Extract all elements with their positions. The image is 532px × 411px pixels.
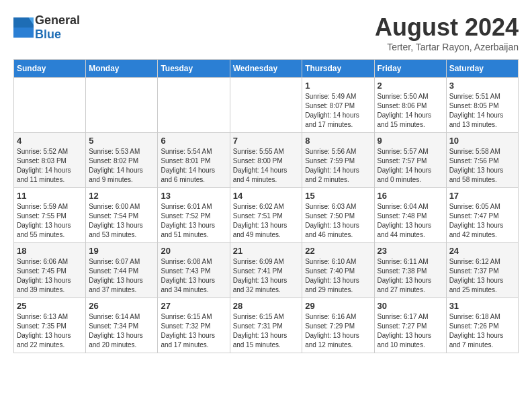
month-year-title: August 2024 xyxy=(375,13,519,42)
day-info-line: Daylight: 13 hours and 22 minutes. xyxy=(17,332,71,349)
day-info: Sunrise: 6:12 AMSunset: 7:37 PMDaylight:… xyxy=(449,257,515,295)
day-info-line: Daylight: 14 hours and 15 minutes. xyxy=(378,111,432,128)
calendar-cell: 25Sunrise: 6:13 AMSunset: 7:35 PMDayligh… xyxy=(14,298,86,353)
day-info-line: Daylight: 13 hours and 20 minutes. xyxy=(89,332,143,349)
day-info-line: Daylight: 14 hours and 9 minutes. xyxy=(89,167,143,183)
calendar-cell: 30Sunrise: 6:17 AMSunset: 7:27 PMDayligh… xyxy=(374,298,446,353)
day-info-line: Sunrise: 5:58 AM xyxy=(449,148,500,155)
day-info-line: Sunrise: 5:50 AM xyxy=(378,93,429,100)
day-info: Sunrise: 6:03 AMSunset: 7:50 PMDaylight:… xyxy=(305,202,371,240)
calendar-week-row: 1Sunrise: 5:49 AMSunset: 8:07 PMDaylight… xyxy=(14,78,519,133)
calendar-cell: 1Sunrise: 5:49 AMSunset: 8:07 PMDaylight… xyxy=(302,78,374,133)
day-info-line: Daylight: 13 hours and 17 minutes. xyxy=(161,332,215,349)
day-info-line: Daylight: 13 hours and 53 minutes. xyxy=(89,222,143,238)
day-info-line: Sunrise: 5:56 AM xyxy=(305,148,356,155)
day-info-line: Sunrise: 6:01 AM xyxy=(161,203,212,210)
day-info: Sunrise: 6:01 AMSunset: 7:52 PMDaylight:… xyxy=(161,202,226,240)
calendar-cell: 11Sunrise: 5:59 AMSunset: 7:55 PMDayligh… xyxy=(14,188,86,243)
calendar-cell: 29Sunrise: 6:16 AMSunset: 7:29 PMDayligh… xyxy=(302,298,374,353)
day-info-line: Daylight: 13 hours and 55 minutes. xyxy=(17,222,71,238)
day-number: 7 xyxy=(233,136,300,146)
day-number: 23 xyxy=(378,246,443,256)
day-info-line: Daylight: 13 hours and 32 minutes. xyxy=(233,277,287,293)
day-info-line: Sunset: 7:38 PM xyxy=(378,267,427,275)
day-info-line: Sunset: 7:50 PM xyxy=(305,212,355,220)
day-info-line: Sunrise: 6:11 AM xyxy=(378,258,429,265)
day-info-line: Daylight: 14 hours and 17 minutes. xyxy=(305,111,359,128)
day-info: Sunrise: 5:51 AMSunset: 8:05 PMDaylight:… xyxy=(449,92,515,130)
day-info-line: Sunset: 8:03 PM xyxy=(17,157,66,165)
logo-blue: Blue xyxy=(35,28,61,41)
day-info: Sunrise: 6:11 AMSunset: 7:38 PMDaylight:… xyxy=(378,257,443,295)
day-info: Sunrise: 5:59 AMSunset: 7:55 PMDaylight:… xyxy=(17,202,83,240)
day-info-line: Daylight: 13 hours and 15 minutes. xyxy=(233,332,287,349)
day-number: 4 xyxy=(17,136,83,146)
day-number: 22 xyxy=(305,246,371,256)
day-info-line: Daylight: 13 hours and 42 minutes. xyxy=(449,222,504,238)
day-info-line: Sunset: 7:41 PM xyxy=(233,267,283,275)
calendar-cell xyxy=(158,78,230,133)
day-info-line: Sunset: 7:52 PM xyxy=(161,212,210,220)
day-number: 2 xyxy=(378,81,443,91)
day-info: Sunrise: 6:00 AMSunset: 7:54 PMDaylight:… xyxy=(89,202,154,240)
day-info-line: Sunset: 7:26 PM xyxy=(449,322,499,330)
calendar-cell xyxy=(86,78,158,133)
day-info-line: Sunrise: 5:54 AM xyxy=(161,148,212,155)
day-info-line: Sunset: 7:48 PM xyxy=(378,212,427,220)
day-number: 11 xyxy=(17,191,83,201)
logo: General Blue xyxy=(13,13,80,42)
day-info: Sunrise: 6:06 AMSunset: 7:45 PMDaylight:… xyxy=(17,257,83,295)
day-info-line: Daylight: 13 hours and 44 minutes. xyxy=(378,222,432,238)
day-info-line: Sunrise: 6:02 AM xyxy=(233,203,284,210)
day-info-line: Daylight: 13 hours and 39 minutes. xyxy=(17,277,71,293)
day-info-line: Daylight: 14 hours and 4 minutes. xyxy=(233,167,287,183)
day-info-line: Sunset: 8:00 PM xyxy=(233,157,283,165)
day-info: Sunrise: 6:04 AMSunset: 7:48 PMDaylight:… xyxy=(378,202,443,240)
day-number: 20 xyxy=(161,246,226,256)
day-info-line: Sunset: 7:32 PM xyxy=(161,322,210,330)
day-info-line: Daylight: 13 hours and 58 minutes. xyxy=(449,167,504,183)
day-info-line: Daylight: 13 hours and 34 minutes. xyxy=(161,277,215,293)
day-number: 9 xyxy=(378,136,443,146)
day-info-line: Sunrise: 6:03 AM xyxy=(305,203,356,210)
day-info-line: Daylight: 14 hours and 2 minutes. xyxy=(305,167,359,183)
day-info-line: Sunrise: 6:06 AM xyxy=(17,258,68,265)
day-info-line: Daylight: 13 hours and 27 minutes. xyxy=(378,277,432,293)
day-info-line: Sunrise: 6:14 AM xyxy=(89,313,140,320)
weekday-header: Thursday xyxy=(302,60,374,78)
day-info: Sunrise: 5:58 AMSunset: 7:56 PMDaylight:… xyxy=(449,147,515,185)
day-info-line: Sunrise: 5:59 AM xyxy=(17,203,68,210)
day-info: Sunrise: 6:02 AMSunset: 7:51 PMDaylight:… xyxy=(233,202,300,240)
day-info-line: Sunset: 7:44 PM xyxy=(89,267,138,275)
day-info: Sunrise: 5:49 AMSunset: 8:07 PMDaylight:… xyxy=(305,92,371,130)
day-info: Sunrise: 5:56 AMSunset: 7:59 PMDaylight:… xyxy=(305,147,371,185)
day-info-line: Daylight: 14 hours and 11 minutes. xyxy=(17,167,71,183)
day-info-line: Sunrise: 5:57 AM xyxy=(378,148,429,155)
calendar-cell: 12Sunrise: 6:00 AMSunset: 7:54 PMDayligh… xyxy=(86,188,158,243)
calendar-cell: 2Sunrise: 5:50 AMSunset: 8:06 PMDaylight… xyxy=(374,78,446,133)
day-number: 27 xyxy=(161,301,226,311)
day-number: 10 xyxy=(449,136,515,146)
day-info-line: Sunset: 7:51 PM xyxy=(233,212,283,220)
day-number: 14 xyxy=(233,191,300,201)
day-info-line: Sunrise: 6:15 AM xyxy=(233,313,284,320)
day-info-line: Sunrise: 6:12 AM xyxy=(449,258,500,265)
calendar-cell: 20Sunrise: 6:08 AMSunset: 7:43 PMDayligh… xyxy=(158,243,230,298)
day-info-line: Sunrise: 6:13 AM xyxy=(17,313,68,320)
day-info-line: Daylight: 14 hours and 13 minutes. xyxy=(449,111,504,128)
day-info-line: Sunrise: 5:51 AM xyxy=(449,93,500,100)
day-info-line: Sunrise: 5:49 AM xyxy=(305,93,356,100)
weekday-header: Saturday xyxy=(446,60,518,78)
day-info-line: Sunset: 7:34 PM xyxy=(89,322,138,330)
day-number: 30 xyxy=(378,301,443,311)
logo-text: General Blue xyxy=(35,13,80,42)
day-info-line: Sunrise: 6:05 AM xyxy=(449,203,500,210)
calendar-cell xyxy=(14,78,86,133)
day-number: 31 xyxy=(449,301,515,311)
calendar-cell: 31Sunrise: 6:18 AMSunset: 7:26 PMDayligh… xyxy=(446,298,518,353)
day-info-line: Sunrise: 5:55 AM xyxy=(233,148,284,155)
day-info-line: Daylight: 13 hours and 10 minutes. xyxy=(378,332,432,349)
day-number: 5 xyxy=(89,136,154,146)
calendar-cell: 7Sunrise: 5:55 AMSunset: 8:00 PMDaylight… xyxy=(230,133,302,188)
day-info-line: Sunset: 7:37 PM xyxy=(449,267,499,275)
